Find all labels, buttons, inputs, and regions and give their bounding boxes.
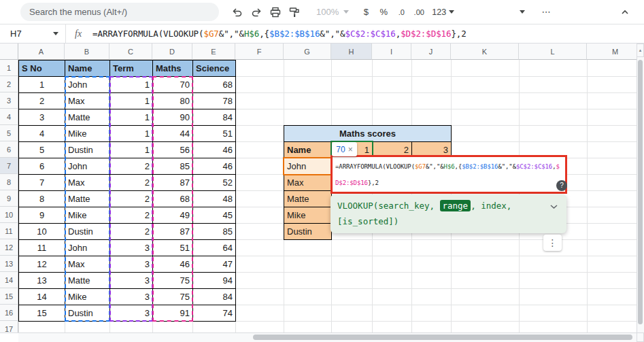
cell-B6[interactable]: Dustin	[65, 141, 110, 158]
cell-B13[interactable]: Max	[65, 256, 110, 273]
cell-C8[interactable]: 2	[109, 174, 153, 191]
cell-D4[interactable]: 90	[152, 109, 193, 126]
vertical-scroll-thumb[interactable]	[638, 60, 643, 324]
row-header-6[interactable]: 6	[0, 141, 18, 158]
cell-A12[interactable]: 11	[18, 239, 65, 256]
cell-E2[interactable]: 68	[192, 76, 236, 93]
column-header-M[interactable]: M	[587, 44, 644, 60]
cell-A2[interactable]: 1	[18, 76, 65, 93]
cell-E8[interactable]: 52	[192, 174, 236, 191]
row-header-1[interactable]: 1	[0, 60, 18, 76]
name-box[interactable]: H7	[0, 24, 66, 43]
cell-E16[interactable]: 74	[192, 305, 236, 322]
toolbar-dropdown-button[interactable]	[514, 4, 530, 20]
print-button[interactable]	[266, 3, 285, 22]
cell-G6[interactable]: Name	[284, 141, 332, 158]
column-header-B[interactable]: B	[65, 44, 109, 60]
cell-C2[interactable]: 1	[109, 76, 153, 93]
number-format-button[interactable]: 123	[432, 7, 454, 17]
cell-D2[interactable]: 70	[152, 76, 193, 93]
decrease-decimals-button[interactable]: .0	[392, 3, 410, 22]
cell-A11[interactable]: 10	[18, 223, 65, 240]
cell-D8[interactable]: 87	[152, 174, 193, 191]
cell-C15[interactable]: 3	[109, 288, 153, 305]
cell-B5[interactable]: Mike	[65, 125, 110, 142]
format-currency-button[interactable]: $	[357, 3, 375, 22]
row-header-14[interactable]: 14	[0, 272, 18, 288]
cell-B7[interactable]: John	[65, 158, 110, 175]
scroll-up-button[interactable]: ▲	[637, 44, 644, 57]
cell-G9[interactable]: Matte	[284, 190, 332, 207]
cell-E6[interactable]: 46	[192, 141, 236, 158]
cell-D3[interactable]: 80	[152, 92, 193, 109]
row-header-11[interactable]: 11	[0, 223, 18, 239]
cell-B10[interactable]: Mike	[65, 207, 110, 224]
cell-C3[interactable]: 1	[109, 92, 153, 109]
cell-B9[interactable]: Matte	[65, 190, 110, 207]
zoom-select[interactable]: 100%	[316, 7, 349, 17]
cell-D11[interactable]: 87	[152, 223, 193, 240]
cell-A4[interactable]: 3	[18, 109, 65, 126]
cell-D14[interactable]: 75	[152, 272, 193, 289]
column-header-G[interactable]: G	[284, 44, 331, 60]
cell-G8[interactable]: Max	[284, 174, 332, 191]
cell-B11[interactable]: Dustin	[65, 223, 110, 240]
cell-B15[interactable]: Mike	[65, 288, 110, 305]
cell-E9[interactable]: 48	[192, 190, 236, 207]
cell-G11[interactable]: Dustin	[284, 223, 332, 240]
select-all-corner[interactable]	[0, 44, 18, 60]
cell-G5[interactable]: Maths scores	[284, 125, 452, 142]
increase-decimals-button[interactable]: .00	[410, 3, 428, 22]
row-header-7[interactable]: 7	[0, 158, 18, 174]
cell-E11[interactable]: 85	[192, 223, 236, 240]
cell-C16[interactable]: 3	[109, 305, 153, 322]
cell-D7[interactable]: 85	[152, 158, 193, 175]
cell-A10[interactable]: 9	[18, 207, 65, 224]
cell-B2[interactable]: John	[65, 76, 110, 93]
row-header-3[interactable]: 3	[0, 92, 18, 109]
column-header-H[interactable]: H	[331, 44, 372, 60]
cell-E15[interactable]: 84	[192, 288, 236, 305]
hint-collapse-button[interactable]	[549, 200, 558, 212]
row-header-2[interactable]: 2	[0, 76, 18, 92]
cell-E10[interactable]: 45	[192, 207, 236, 224]
cell-D15[interactable]: 75	[152, 288, 193, 305]
hint-more-button[interactable]: ⋮	[543, 235, 562, 251]
cell-C4[interactable]: 1	[109, 109, 153, 126]
cell-D6[interactable]: 56	[152, 141, 193, 158]
cell-E13[interactable]: 47	[192, 256, 236, 273]
cell-A15[interactable]: 14	[18, 288, 65, 305]
cell-C10[interactable]: 2	[109, 207, 153, 224]
row-header-9[interactable]: 9	[0, 190, 18, 207]
cell-C9[interactable]: 2	[109, 190, 153, 207]
column-header-A[interactable]: A	[18, 44, 65, 60]
cell-E3[interactable]: 78	[192, 92, 236, 109]
column-header-F[interactable]: F	[235, 44, 284, 60]
cell-A14[interactable]: 13	[18, 272, 65, 289]
cell-B14[interactable]: Matte	[65, 272, 110, 289]
cell-B3[interactable]: Max	[65, 92, 110, 109]
cell-C6[interactable]: 1	[109, 141, 153, 158]
row-header-4[interactable]: 4	[0, 109, 18, 125]
row-header-16[interactable]: 16	[0, 305, 18, 321]
cell-D16[interactable]: 91	[152, 305, 193, 322]
cell-A3[interactable]: 2	[18, 92, 65, 109]
cell-D10[interactable]: 49	[152, 207, 193, 224]
cell-A9[interactable]: 8	[18, 190, 65, 207]
cell-D12[interactable]: 51	[152, 239, 193, 256]
cell-E1[interactable]: Science	[192, 60, 236, 77]
cell-D9[interactable]: 68	[152, 190, 193, 207]
cell-A1[interactable]: S No	[18, 60, 65, 77]
cell-C11[interactable]: 2	[109, 223, 153, 240]
cell-C7[interactable]: 2	[109, 158, 153, 175]
menu-search[interactable]: Search the menus (Alt+/)	[20, 3, 219, 21]
cell-A7[interactable]: 6	[18, 158, 65, 175]
cell-C14[interactable]: 3	[109, 272, 153, 289]
cell-editor[interactable]: =ARRAYFORMULA(VLOOKUP($G7&","&H$6,{$B$2:…	[331, 155, 567, 194]
column-header-E[interactable]: E	[192, 44, 235, 60]
cell-E5[interactable]: 51	[192, 125, 236, 142]
cell-A6[interactable]: 5	[18, 141, 65, 158]
horizontal-scroll-thumb[interactable]	[253, 335, 632, 340]
column-header-C[interactable]: C	[109, 44, 152, 60]
more-toolbar-button[interactable]: ⋯	[537, 3, 555, 22]
